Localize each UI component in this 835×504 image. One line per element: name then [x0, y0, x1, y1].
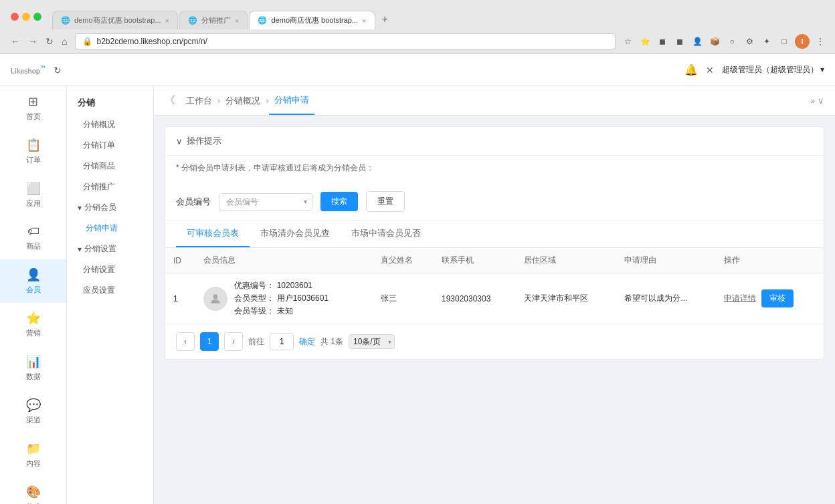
app-icon: ⬜	[26, 181, 41, 196]
data-icon: 📊	[26, 354, 41, 369]
pagination: ‹ 1 › 前往 确定 共 1条 10条/页 20条/页 50条/页	[165, 324, 824, 359]
next-page-button[interactable]: ›	[224, 332, 243, 351]
page-goto-confirm[interactable]: 确定	[299, 336, 315, 348]
table-header-row: ID 会员信息 直父姓名 联系手机 居住区域 申请理由 操作	[165, 248, 824, 273]
refresh-button[interactable]: ↻	[54, 65, 62, 76]
sec-sidebar-members[interactable]: ▾分销会员	[67, 197, 153, 218]
sidebar-item-product[interactable]: 🏷 商品	[0, 217, 66, 259]
notification-bell[interactable]: 🔔	[684, 64, 698, 76]
hint-text: * 分销会员申请列表，申请审核通过后将成为分销会员：	[176, 162, 813, 174]
cell-region: 天津天津市和平区	[516, 273, 617, 324]
browser-tab-3[interactable]: 🌐 demo商店优惠 bootstrap... ×	[249, 11, 375, 29]
admin-info[interactable]: 超级管理员（超级管理员） ▾	[722, 64, 824, 76]
home-button[interactable]: ⌂	[59, 35, 70, 48]
tab-market-reject[interactable]: 市场中请会员见否	[341, 221, 432, 247]
member-icon: 👤	[26, 267, 41, 282]
sec-sidebar-dist-settings[interactable]: ▾分销设置	[67, 239, 153, 259]
main-area: 分销 分销概况 分销订单 分销商品 分销推广 ▾分销会员 分销申请 ▾分销设置 …	[67, 86, 835, 504]
breadcrumb-workbench[interactable]: 工作台	[181, 95, 217, 107]
breadcrumb-application[interactable]: 分销申请	[269, 86, 314, 115]
sidebar-item-channel[interactable]: 💬 渠道	[0, 390, 66, 433]
profile-avatar[interactable]: I	[795, 34, 810, 49]
maximize-traffic-light[interactable]	[33, 13, 41, 21]
collapse-sidebar-button[interactable]: 《	[165, 94, 175, 108]
art-icon: 🎨	[26, 485, 41, 499]
new-tab-button[interactable]: +	[377, 9, 393, 29]
sidebar-item-art[interactable]: 🎨 艺术	[0, 477, 66, 504]
left-sidebar: ⊞ 首页 📋 订单 ⬜ 应用 🏷 商品 👤 会员 ⭐ 营销 📊 数据 💬	[0, 86, 67, 504]
content-icon: 📁	[26, 441, 41, 456]
extension-icon-2[interactable]: ◼	[673, 35, 686, 48]
prev-page-button[interactable]: ‹	[176, 332, 195, 351]
page-content: ∨ 操作提示 * 分销会员申请列表，申请审核通过后将成为分销会员： 会员编号 会…	[154, 116, 835, 381]
close-tab-2[interactable]: ×	[235, 17, 239, 25]
breadcrumb-more[interactable]: » ∨	[810, 96, 824, 106]
back-button[interactable]: ←	[8, 35, 23, 48]
dist-section: 分销 分销概况 分销订单 分销商品 分销推广 ▾分销会员 分销申请 ▾分销设置 …	[67, 92, 153, 301]
sidebar-item-home[interactable]: ⊞ 首页	[0, 86, 66, 130]
sec-sidebar-overview[interactable]: 分销概况	[67, 114, 153, 135]
nav-buttons: ← → ↻ ⌂	[8, 35, 70, 48]
breadcrumb-overview[interactable]: 分销概况	[220, 95, 266, 107]
sidebar-item-app[interactable]: ⬜ 应用	[0, 173, 66, 217]
browser-chrome: 🌐 demo商店优惠 bootstrap... × 🌐 分销推广 × 🌐 dem…	[0, 0, 835, 54]
search-select[interactable]: 会员编号 会员名称 手机号	[219, 193, 312, 211]
hint-toggle-icon: ∨	[176, 136, 183, 146]
reload-button[interactable]: ↻	[43, 35, 56, 48]
menu-icon[interactable]: ⋮	[814, 35, 827, 48]
page-goto-label: 前往	[248, 336, 264, 348]
star-icon[interactable]: ⭐	[638, 35, 652, 48]
extension-icon-4[interactable]: ○	[725, 35, 739, 48]
minimize-traffic-light[interactable]	[22, 13, 30, 21]
app-container: ⊞ 首页 📋 订单 ⬜ 应用 🏷 商品 👤 会员 ⭐ 营销 📊 数据 💬	[0, 86, 835, 504]
sidebar-item-member[interactable]: 👤 会员	[0, 259, 66, 303]
operation-hint-body: * 分销会员申请列表，申请审核通过后将成为分销会员：	[165, 156, 824, 183]
top-bar-right: 🔔 ✕ 超级管理员（超级管理员） ▾	[684, 64, 824, 76]
operation-hint-header[interactable]: ∨ 操作提示	[165, 127, 824, 156]
member-level-label: 会员等级：	[234, 306, 274, 316]
extension-icon-7[interactable]: □	[777, 35, 791, 48]
extension-icon-1[interactable]: ◼	[656, 35, 669, 48]
approve-button[interactable]: 审核	[761, 289, 794, 307]
bookmark-icon[interactable]: ☆	[621, 35, 634, 48]
member-type-value: 用户16036601	[277, 293, 329, 303]
tab-bar: 🌐 demo商店优惠 bootstrap... × 🌐 分销推广 × 🌐 dem…	[47, 4, 696, 29]
account-icon[interactable]: 👤	[690, 35, 704, 48]
browser-tab-1[interactable]: 🌐 demo商店优惠 bootstrap... ×	[52, 11, 178, 29]
app-logo: Likeshop™	[11, 64, 45, 76]
detail-link[interactable]: 申请详情	[724, 293, 756, 304]
page-size-select[interactable]: 10条/页 20条/页 50条/页	[349, 334, 395, 349]
sidebar-item-marketing[interactable]: ⭐ 营销	[0, 303, 66, 346]
member-no-label: 优惠编号：	[234, 281, 274, 290]
extension-icon-3[interactable]: 📦	[708, 35, 721, 48]
close-tab-3[interactable]: ×	[362, 17, 366, 25]
search-button[interactable]: 搜索	[320, 192, 358, 211]
sec-sidebar-dist-settings2[interactable]: 分销设置	[67, 259, 153, 280]
close-tab-1[interactable]: ×	[165, 17, 169, 25]
dist-section-title: 分销	[67, 92, 153, 114]
col-phone: 联系手机	[434, 248, 516, 273]
forward-button[interactable]: →	[25, 35, 40, 48]
sec-sidebar-applications[interactable]: 分销申请	[67, 218, 153, 239]
page-number-1[interactable]: 1	[200, 332, 219, 351]
address-bar[interactable]: 🔒 b2b2cdemo.likeshop.cn/pcm/n/	[75, 33, 616, 49]
sec-sidebar-orders[interactable]: 分销订单	[67, 135, 153, 156]
sec-sidebar-member-settings[interactable]: 应员设置	[67, 280, 153, 301]
page-goto-input[interactable]	[270, 333, 294, 350]
sidebar-item-data[interactable]: 📊 数据	[0, 346, 66, 390]
close-traffic-light[interactable]	[11, 13, 19, 21]
search-label: 会员编号	[176, 196, 211, 208]
tab-market-clear[interactable]: 市场清办会员见查	[250, 221, 341, 247]
extension-icon-6[interactable]: ✦	[760, 35, 773, 48]
close-button[interactable]: ✕	[706, 65, 714, 76]
sec-sidebar-promotion[interactable]: 分销推广	[67, 176, 153, 197]
sec-sidebar-products[interactable]: 分销商品	[67, 156, 153, 176]
sidebar-item-order[interactable]: 📋 订单	[0, 130, 66, 173]
search-bar: 会员编号 会员编号 会员名称 手机号 ▾ 搜索 重置	[165, 183, 824, 221]
sidebar-item-content[interactable]: 📁 内容	[0, 433, 66, 477]
extension-icon-5[interactable]: ⚙	[743, 35, 756, 48]
browser-tab-2[interactable]: 🌐 分销推广 ×	[179, 11, 248, 29]
address-bar-row: ← → ↻ ⌂ 🔒 b2b2cdemo.likeshop.cn/pcm/n/ ☆…	[0, 29, 835, 53]
reset-button[interactable]: 重置	[366, 191, 405, 212]
tab-reviewable[interactable]: 可审核会员表	[176, 221, 250, 247]
